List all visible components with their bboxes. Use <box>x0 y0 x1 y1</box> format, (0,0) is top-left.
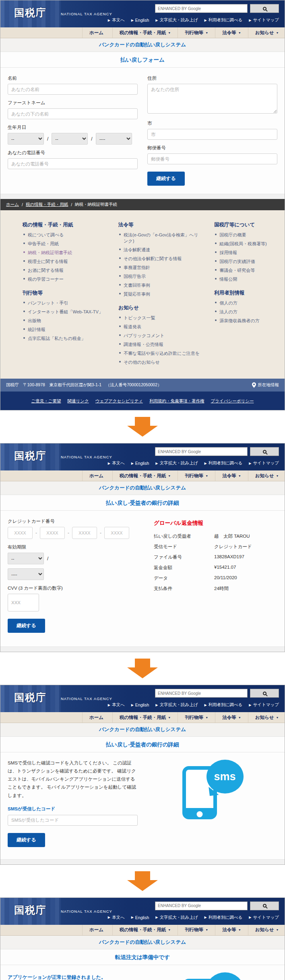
quick-link[interactable]: ▶利用者別に調べる <box>204 17 242 23</box>
address-field[interactable] <box>147 84 277 114</box>
footer-link[interactable]: 質疑応答事例 <box>118 291 202 297</box>
card-number-field-4[interactable] <box>104 527 129 539</box>
continue-button[interactable]: 継続する <box>8 619 45 633</box>
footer-link[interactable]: 事務運営指針 <box>118 265 202 271</box>
dob-month-select[interactable]: -- <box>52 133 88 145</box>
dob-day-select[interactable]: -- <box>8 133 44 145</box>
quick-link[interactable]: ▶サイトマップ <box>249 702 279 708</box>
nav-item[interactable]: ホーム <box>82 470 112 481</box>
footer-link[interactable]: 報道発表 <box>118 324 202 330</box>
expiry-year-select[interactable]: ---- <box>8 568 44 580</box>
search-button[interactable] <box>250 689 279 698</box>
legal-link[interactable]: プライバシーポリシー <box>211 398 254 403</box>
footer-link[interactable]: パンフレット・手引 <box>23 300 106 306</box>
footer-link[interactable]: 申告手続・用紙 <box>23 241 106 247</box>
expiry-month-select[interactable]: -- <box>8 553 44 564</box>
card-number-field-2[interactable] <box>40 527 65 539</box>
nav-item[interactable]: ホーム <box>82 925 112 935</box>
quick-link[interactable]: ▶文字拡大・読み上げ <box>155 702 198 708</box>
breadcrumb-tax-info[interactable]: 税の情報・手続・用紙 <box>26 202 68 207</box>
quick-link[interactable]: ▶English <box>131 460 149 466</box>
footer-link[interactable]: 税法(e-Govの「e-Gov法令検索」へリンク) <box>118 232 202 244</box>
card-number-field-3[interactable] <box>72 527 97 539</box>
nav-item[interactable]: お知らせ▼ <box>248 470 285 481</box>
search-input[interactable] <box>155 689 248 698</box>
quick-link[interactable]: ▶利用者別に調べる <box>204 702 242 708</box>
footer-link[interactable]: 納税・納税証明書手続 <box>23 250 106 256</box>
nav-item[interactable]: 刊行物等▼ <box>178 925 215 935</box>
legal-link[interactable]: 関連リンク <box>68 398 89 403</box>
footer-link[interactable]: 調達情報・公売情報 <box>118 342 202 348</box>
name-field[interactable] <box>8 84 138 95</box>
quick-link[interactable]: ▶本文へ <box>108 702 125 708</box>
footer-link[interactable]: 税の学習コーナー <box>23 276 106 282</box>
footer-link[interactable]: インターネット番組「Web-TAX-TV」 <box>23 309 106 315</box>
search-input[interactable] <box>155 447 248 456</box>
footer-link[interactable]: トピックス一覧 <box>118 315 202 321</box>
footer-link[interactable]: 国税庁の実績評価 <box>214 259 273 265</box>
footer-link[interactable]: パブリックコメント <box>118 333 202 339</box>
nav-item[interactable]: 法令等▼ <box>215 925 248 935</box>
nav-item[interactable]: 税の情報・手続・用紙▼ <box>112 470 178 481</box>
phone-field[interactable] <box>8 158 138 169</box>
footer-link[interactable]: 点字広報誌「私たちの税金」 <box>23 336 106 342</box>
footer-link[interactable]: 組織(国税局・税務署等) <box>214 241 273 247</box>
quick-link[interactable]: ▶文字拡大・読み上げ <box>155 915 198 920</box>
search-button[interactable] <box>250 447 279 456</box>
footer-link[interactable]: 統計情報 <box>23 327 106 333</box>
quick-link[interactable]: ▶文字拡大・読み上げ <box>155 17 198 23</box>
quick-link[interactable]: ▶English <box>131 702 149 708</box>
search-button[interactable] <box>250 4 279 13</box>
search-input[interactable] <box>155 4 248 13</box>
quick-link[interactable]: ▶サイトマップ <box>249 460 279 466</box>
nav-item[interactable]: お知らせ▼ <box>248 712 285 723</box>
location-link[interactable]: 所在地情報 <box>252 382 279 388</box>
legal-link[interactable]: ご意見・ご要望 <box>31 398 61 403</box>
footer-link[interactable]: お酒に関する情報 <box>23 267 106 273</box>
nav-item[interactable]: 刊行物等▼ <box>178 27 215 38</box>
quick-link[interactable]: ▶本文へ <box>108 460 125 466</box>
quick-link[interactable]: ▶English <box>131 915 149 920</box>
nav-item[interactable]: 法令等▼ <box>215 470 248 481</box>
sms-code-field[interactable] <box>8 815 138 826</box>
nav-item[interactable]: お知らせ▼ <box>248 27 285 38</box>
first-name-field[interactable] <box>8 108 138 119</box>
footer-link[interactable]: その他法令解釈に関する情報 <box>118 256 202 262</box>
quick-link[interactable]: ▶English <box>131 17 149 23</box>
continue-button[interactable]: 継続する <box>8 833 45 847</box>
footer-link[interactable]: 不審な電話や振り込め詐欺にご注意を <box>118 350 202 356</box>
footer-link[interactable]: 国税庁の概要 <box>214 232 273 238</box>
footer-link[interactable]: 文書回答事例 <box>118 282 202 288</box>
legal-link[interactable]: ウェブアクセシビリティ <box>95 398 143 403</box>
continue-button[interactable]: 継続する <box>147 172 185 186</box>
nav-item[interactable]: お知らせ▼ <box>248 925 285 935</box>
breadcrumb-home[interactable]: ホーム <box>6 202 19 207</box>
city-field[interactable] <box>147 129 277 140</box>
dob-year-select[interactable]: ---- <box>96 133 132 145</box>
quick-link[interactable]: ▶サイトマップ <box>249 17 279 23</box>
search-input[interactable] <box>155 901 248 910</box>
quick-link[interactable]: ▶サイトマップ <box>249 915 279 920</box>
card-number-field-1[interactable] <box>8 527 33 539</box>
nav-item[interactable]: 税の情報・手続・用紙▼ <box>112 27 178 38</box>
cvv-field[interactable] <box>8 594 39 611</box>
footer-link[interactable]: 採用情報 <box>214 250 273 256</box>
quick-link[interactable]: ▶文字拡大・読み上げ <box>155 460 198 466</box>
quick-link[interactable]: ▶本文へ <box>108 17 125 23</box>
footer-link[interactable]: 税について調べる <box>23 232 106 238</box>
footer-link[interactable]: 法令解釈通達 <box>118 247 202 253</box>
footer-link[interactable]: 源泉徴収義務者の方 <box>214 318 273 324</box>
quick-link[interactable]: ▶利用者別に調べる <box>204 460 242 466</box>
nav-item[interactable]: 税の情報・手続・用紙▼ <box>112 925 178 935</box>
nav-item[interactable]: 税の情報・手続・用紙▼ <box>112 712 178 723</box>
nta-logo[interactable]: 国税庁 <box>14 449 47 462</box>
search-button[interactable] <box>250 901 279 910</box>
nta-logo[interactable]: 国税庁 <box>14 903 47 917</box>
nav-item[interactable]: 刊行物等▼ <box>178 470 215 481</box>
nta-logo[interactable]: 国税庁 <box>14 6 47 19</box>
footer-link[interactable]: 税理士に関する情報 <box>23 259 106 265</box>
quick-link[interactable]: ▶本文へ <box>108 915 125 920</box>
footer-link[interactable]: 個人の方 <box>214 300 273 306</box>
footer-link[interactable]: 国税庁告示 <box>118 273 202 280</box>
nav-item[interactable]: ホーム <box>82 712 112 723</box>
